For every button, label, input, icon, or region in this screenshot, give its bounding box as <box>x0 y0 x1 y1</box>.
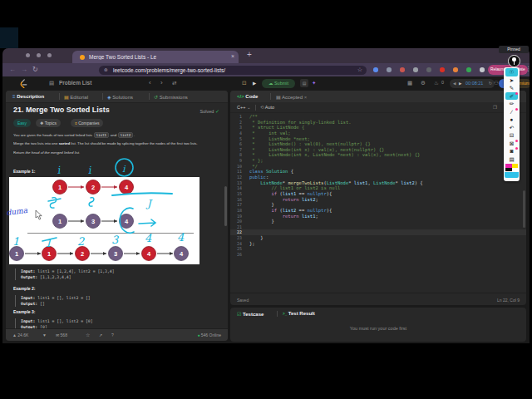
window-minimize-button[interactable] <box>37 53 41 57</box>
extension-icon[interactable] <box>440 67 445 72</box>
tab-editorial[interactable]: ▤ Editorial <box>64 94 88 100</box>
epic-active-color[interactable] <box>505 172 519 178</box>
next-problem-icon[interactable]: › <box>160 79 163 86</box>
tab-solutions[interactable]: ◈ Solutions <box>107 94 133 100</box>
code-line[interactable]: 22 <box>230 229 526 235</box>
prev-problem-icon[interactable]: ‹ <box>149 79 151 86</box>
timer-play-icon[interactable]: ▶ <box>459 81 461 86</box>
code-line[interactable]: 6 * ListNode() : val(0), next(nullptr) {… <box>230 141 526 147</box>
auto-toggle[interactable]: ⟲ Auto <box>260 105 274 110</box>
code-line[interactable]: 2 * Definition for singly-linked list. <box>230 120 526 126</box>
code-line[interactable]: 19 return list1; <box>230 214 526 219</box>
code-line[interactable]: 12public: <box>230 175 526 180</box>
code-line[interactable]: 9 * }; <box>230 158 526 164</box>
palette-swatch[interactable] <box>512 168 519 172</box>
new-tab-button[interactable]: + <box>247 50 252 59</box>
site-settings-icon[interactable]: ⊜ <box>104 67 108 72</box>
browser-tab[interactable]: Merge Two Sorted Lists - Le × <box>72 51 239 63</box>
extension-icon[interactable] <box>453 67 458 72</box>
clipboard-icon[interactable]: ▤ <box>505 155 518 164</box>
extension-icon[interactable] <box>413 67 418 72</box>
reload-icon[interactable]: ↻ <box>32 66 38 73</box>
tab-test-result[interactable]: >_ Test Result <box>283 311 315 316</box>
ai-assistant-icon[interactable]: ✦ <box>312 80 316 86</box>
description-scrollbar[interactable] <box>224 186 227 226</box>
tab-accepted[interactable]: ▤ Accepted × <box>276 94 307 100</box>
pen-icon[interactable]: ✎ <box>505 84 518 92</box>
screenshot-icon[interactable]: ◙ <box>505 147 518 155</box>
window-zoom-button[interactable] <box>47 53 52 57</box>
tab-description[interactable]: ≡ Description <box>12 94 44 99</box>
pin-badge-icon[interactable] <box>508 55 520 67</box>
extension-icon[interactable] <box>373 67 378 72</box>
code-line[interactable]: 8 * ListNode(int x, ListNode *next) : va… <box>230 152 526 158</box>
bookmark-star-icon[interactable]: ☆ <box>357 66 362 73</box>
code-line[interactable]: 23 } <box>230 235 526 241</box>
editor-scrollbar[interactable] <box>523 190 525 228</box>
code-line[interactable]: 11class Solution { <box>230 169 526 175</box>
code-line[interactable]: 18 if (list2 == nullptr){ <box>230 208 526 214</box>
code-line[interactable]: 5 * ListNode *next; <box>230 136 526 142</box>
notes-icon[interactable]: ▤ <box>300 79 308 87</box>
extension-icon[interactable] <box>466 67 471 72</box>
code-line[interactable]: 20 } <box>230 219 526 224</box>
streak-flame-icon[interactable]: ♨ <box>434 80 439 86</box>
settings-gear-icon[interactable]: ⚙ <box>421 80 426 86</box>
extension-icons[interactable] <box>373 67 485 72</box>
visibility-icon[interactable]: ☉ <box>505 68 518 76</box>
undo-icon[interactable]: ↶ <box>505 124 518 132</box>
like-button[interactable]: ▲ 24.6K <box>12 332 28 337</box>
clear-all-icon[interactable]: ⊠ <box>505 140 518 148</box>
back-icon[interactable]: ← <box>9 66 16 73</box>
code-line[interactable]: 4 * int val; <box>230 131 526 136</box>
dislike-button[interactable]: ▼ <box>42 332 47 337</box>
color-palette[interactable] <box>505 164 518 171</box>
shuffle-icon[interactable]: ⇄ <box>172 80 176 86</box>
tab-code[interactable]: </> Code <box>237 94 258 99</box>
url-input[interactable]: ⊜ leetcode.com/problems/merge-two-sorted… <box>99 66 367 75</box>
line-tool-icon[interactable]: ∕ <box>505 108 518 116</box>
extension-icon[interactable] <box>400 67 405 72</box>
tab-submissions[interactable]: ↺ Submissions <box>154 94 188 100</box>
code-line[interactable]: 24}; <box>230 241 526 247</box>
code-line[interactable]: 14 // list1 or list2 is null <box>230 185 526 191</box>
timer-widget[interactable]: ◀ ▶ 00:08:21 ↻ <box>450 79 495 88</box>
code-line[interactable]: 1/** <box>230 114 526 120</box>
eraser-icon[interactable]: ⊟ <box>505 131 518 140</box>
code-line[interactable]: 25 <box>230 246 526 252</box>
window-close-button[interactable] <box>26 53 30 57</box>
stroke-size-icon[interactable]: ● <box>505 116 518 124</box>
run-icon[interactable]: ▶ <box>253 81 256 86</box>
submit-button[interactable]: ☁ Submit <box>262 79 295 88</box>
browser-menu-icon[interactable]: ⋮ <box>525 66 530 72</box>
debug-icon[interactable]: ⊡ <box>242 80 246 86</box>
favorite-star-icon[interactable]: ☆ <box>86 332 90 337</box>
cursor-icon[interactable]: ➤ <box>505 76 518 85</box>
problem-list-icon[interactable]: ▤ <box>49 80 54 86</box>
code-line[interactable]: 13 ListNode* mergeTwoLists(ListNode* lis… <box>230 180 526 186</box>
code-line[interactable]: 17 } <box>230 202 526 208</box>
code-line[interactable]: 3 * struct ListNode { <box>230 125 526 131</box>
tab-testcase[interactable]: ☑ Testcase <box>237 311 264 317</box>
companies-chip[interactable]: ¤ Companies <box>71 119 103 127</box>
code-line[interactable]: 7 * ListNode(int x) : val(x), next(nullp… <box>230 147 526 153</box>
extension-icon[interactable] <box>480 67 485 72</box>
leetcode-logo[interactable] <box>19 79 27 88</box>
highlighter-icon[interactable]: ✐ <box>505 92 518 101</box>
code-line[interactable]: 16 return list2; <box>230 197 526 203</box>
accepted-close-icon[interactable]: × <box>304 95 308 100</box>
comments-button[interactable]: ✉ 568 <box>56 332 67 337</box>
extension-icon[interactable] <box>387 67 392 72</box>
code-line[interactable]: 26 <box>230 252 526 258</box>
difficulty-chip[interactable]: Easy <box>13 119 31 127</box>
problem-list-label[interactable]: Problem List <box>59 80 91 86</box>
tab-close-icon[interactable]: × <box>231 53 234 59</box>
code-lines[interactable]: 1/**2 * Definition for singly-linked lis… <box>230 114 526 258</box>
language-select[interactable]: C++ ⌄ <box>237 105 251 110</box>
forward-icon[interactable]: → <box>21 66 27 73</box>
code-line[interactable]: 15 if (list1 == nullptr){ <box>230 191 526 197</box>
code-line[interactable]: 10 */ <box>230 164 526 170</box>
code-line[interactable]: 21 <box>230 224 526 230</box>
topics-chip[interactable]: ❖ Topics <box>36 119 61 127</box>
annotation-toolbar[interactable]: ☉➤✎✐✏∕●↶⊟⊠◙▤ <box>504 67 520 181</box>
